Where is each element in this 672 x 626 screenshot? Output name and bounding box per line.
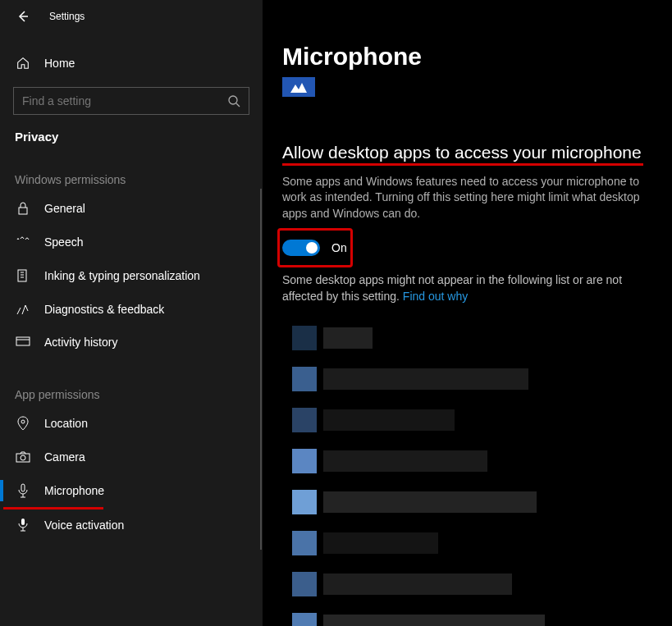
search-box[interactable] [13, 87, 249, 115]
search-icon [227, 94, 240, 107]
sidebar-item-home[interactable]: Home [0, 48, 263, 79]
section-heading: Allow desktop apps to access your microp… [282, 143, 642, 162]
app-row [292, 523, 647, 564]
voice-icon [15, 518, 31, 532]
activity-icon [15, 336, 31, 348]
section-description: Some apps and Windows features need to a… [282, 174, 647, 222]
nav-label: Microphone [44, 484, 104, 497]
app-row [292, 400, 647, 441]
sidebar-item-diagnostics[interactable]: Diagnostics & feedback [0, 293, 263, 326]
sidebar-item-camera[interactable]: Camera [0, 441, 263, 473]
home-icon [15, 56, 31, 71]
sidebar-item-location[interactable]: Location [0, 406, 263, 441]
group-label-app-permissions: App permissions [0, 359, 263, 406]
svg-point-0 [229, 96, 237, 104]
current-category: Privacy [0, 115, 263, 144]
app-name-redacted [323, 573, 512, 595]
annotation-underline [282, 163, 643, 166]
nav-label: Camera [44, 450, 85, 464]
titlebar: Settings [0, 0, 263, 33]
app-row [292, 318, 647, 359]
home-label: Home [44, 57, 75, 70]
sidebar: Settings Home Privacy Windows permission… [0, 0, 263, 626]
app-name-redacted [323, 327, 373, 349]
nav-label: General [44, 202, 85, 215]
app-row [292, 482, 647, 523]
svg-rect-3 [16, 337, 30, 345]
svg-rect-7 [21, 484, 25, 491]
app-name-redacted [323, 368, 528, 390]
microphone-icon [15, 483, 31, 498]
app-icon [292, 531, 317, 555]
nav-label: Speech [44, 235, 83, 249]
app-icon [292, 572, 317, 596]
camera-icon [15, 451, 31, 463]
app-icon [292, 367, 317, 391]
annotation-box [277, 228, 353, 267]
app-row [292, 359, 647, 400]
lock-icon [15, 201, 31, 216]
svg-rect-2 [18, 270, 26, 281]
section-heading-text: Allow desktop apps to access your microp… [282, 143, 642, 162]
svg-point-6 [21, 455, 25, 460]
sidebar-item-activity[interactable]: Activity history [0, 326, 263, 359]
app-name-redacted [323, 409, 455, 431]
toggle-note: Some desktop apps might not appear in th… [282, 272, 643, 304]
app-title: Settings [49, 11, 85, 22]
app-name-redacted [323, 615, 545, 626]
main-panel: Microphone Allow desktop apps to access … [263, 0, 672, 626]
nav-label: Diagnostics & feedback [44, 303, 164, 316]
app-name-redacted [323, 450, 487, 472]
toggle-row: On [282, 240, 647, 256]
nav-label: Activity history [44, 336, 117, 349]
nav-label: Voice activation [44, 519, 124, 532]
app-name-redacted [323, 491, 537, 513]
back-button[interactable] [15, 8, 31, 25]
svg-rect-8 [21, 519, 25, 525]
app-row [292, 564, 647, 605]
sidebar-scrollbar[interactable] [260, 189, 262, 550]
sidebar-item-microphone[interactable]: Microphone [0, 473, 263, 508]
app-row [292, 441, 647, 482]
app-icon [292, 326, 317, 350]
group-label-windows-permissions: Windows permissions [0, 144, 263, 191]
page-title: Microphone [282, 43, 647, 71]
nav-label: Location [44, 417, 88, 430]
arrow-left-icon [16, 10, 30, 23]
inking-icon [15, 268, 31, 283]
app-icon [292, 408, 317, 432]
app-icon [292, 613, 317, 626]
sidebar-item-inking[interactable]: Inking & typing personalization [0, 258, 263, 293]
app-tile-icon [282, 77, 315, 97]
app-icon [292, 490, 317, 514]
find-out-why-link[interactable]: Find out why [403, 290, 468, 303]
sidebar-item-voice[interactable]: Voice activation [0, 508, 263, 542]
app-icon [292, 449, 317, 473]
sidebar-item-speech[interactable]: Speech [0, 226, 263, 258]
app-name-redacted [323, 532, 438, 554]
sidebar-item-general[interactable]: General [0, 191, 263, 226]
svg-point-4 [21, 420, 25, 423]
speech-icon [15, 235, 31, 249]
app-row [292, 605, 647, 626]
svg-rect-1 [19, 208, 27, 214]
diagnostics-icon [15, 303, 31, 316]
location-icon [15, 416, 31, 431]
nav-label: Inking & typing personalization [44, 269, 200, 282]
search-input[interactable] [22, 94, 219, 107]
desktop-apps-list [292, 318, 647, 626]
